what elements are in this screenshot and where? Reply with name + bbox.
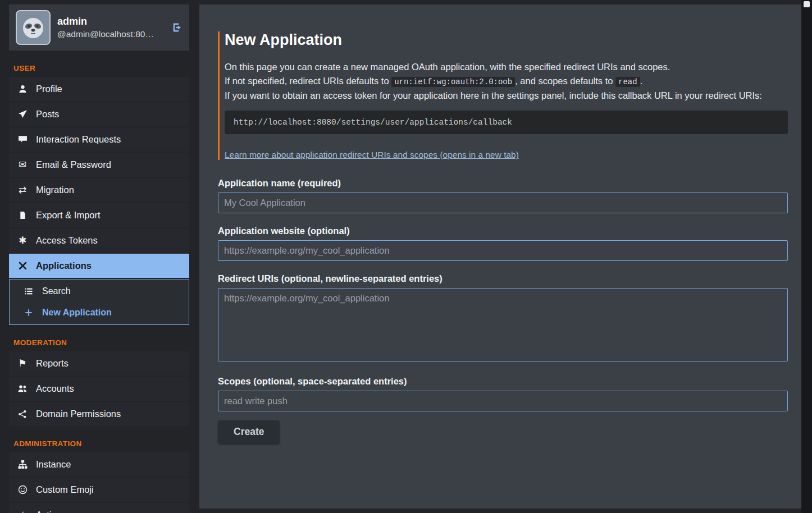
sidebar-item-instance[interactable]: Instance [9,452,189,477]
sidebar-item-label: Export & Import [36,210,101,221]
application-website-field: Application website (optional) [218,226,788,261]
user-handle: @admin@localhost:80… [57,29,154,39]
application-website-label: Application website (optional) [218,226,788,236]
bolt-icon [17,510,28,513]
flag-icon: ⚑ [17,359,28,368]
redirect-uris-textarea[interactable] [218,288,788,361]
sidebar-item-label: Interaction Requests [36,134,121,145]
scrollbar-thumb[interactable] [804,1,810,7]
sidebar-item-label: Reports [36,358,69,369]
submenu-item-label: Search [42,286,71,296]
scopes-input[interactable] [218,391,788,411]
users-icon [17,384,28,393]
intro-line-1: On this page you can create a new manage… [225,60,788,74]
inline-code-read: read [615,77,640,87]
sidebar-item-label: Domain Permissions [36,409,121,419]
learn-more-link[interactable]: Learn more about application redirect UR… [225,150,519,160]
user-meta: admin @admin@localhost:80… [57,16,154,39]
user-name: admin [57,16,154,28]
sidebar-item-access-tokens[interactable]: ✱ Access Tokens [9,228,189,253]
logout-icon[interactable] [171,22,183,33]
intro-line-3: If you want to obtain an access token fo… [225,89,788,103]
sidebar-item-migration[interactable]: ⇄ Migration [9,178,189,202]
migration-arrows-icon: ⇄ [17,185,28,195]
file-export-icon [17,210,28,220]
scopes-field: Scopes (optional, space-separated entrie… [218,376,788,411]
redirect-uris-label: Redirect URIs (optional, newline-separat… [218,273,788,284]
section-label-user: USER [13,64,185,72]
sidebar-item-label: Applications [36,260,92,271]
sidebar-item-label: Posts [36,109,59,120]
sidebar-item-domain-permissions[interactable]: Domain Permissions [9,402,189,426]
smiley-icon [17,485,28,494]
sidebar-item-label: Accounts [36,383,74,394]
sidebar-item-label: Email & Password [36,159,111,170]
plus-icon [23,309,34,317]
section-label-moderation: MODERATION [13,338,185,347]
sidebar: admin @admin@localhost:80… USER Profile … [0,0,199,513]
paper-plane-icon [17,109,28,119]
intro-line-2-mid: , and scopes defaults to [515,76,615,86]
page-title: New Application [225,31,788,49]
sidebar-item-interaction-requests[interactable]: Interaction Requests [9,127,189,152]
sidebar-item-export-import[interactable]: Export & Import [9,203,189,227]
sidebar-item-custom-emoji[interactable]: Custom Emoji [9,478,189,502]
avatar [16,10,51,45]
sidebar-item-profile[interactable]: Profile [9,77,189,101]
settings-page: admin @admin@localhost:80… USER Profile … [0,0,812,513]
new-application-panel: New Application On this page you can cre… [199,4,801,509]
application-name-input[interactable] [218,193,788,213]
sitemap-icon [17,460,28,469]
submenu-item-label: New Application [42,308,112,318]
scopes-label: Scopes (optional, space-separated entrie… [218,376,788,387]
user-card[interactable]: admin @admin@localhost:80… [9,4,189,51]
asterisk-icon: ✱ [17,236,28,245]
comments-icon [17,135,28,144]
application-name-label: Application name (required) [218,178,788,189]
intro-line-2: If not specified, redirect URIs defaults… [225,74,788,89]
sidebar-item-actions[interactable]: Actions [9,503,189,513]
sidebar-item-label: Custom Emoji [36,484,94,495]
inline-code-oob: urn:ietf:wg:oauth:2.0:oob [391,77,515,87]
sidebar-item-posts[interactable]: Posts [9,102,189,126]
sidebar-item-label: Instance [36,459,71,470]
window-scrollbar[interactable] [801,0,812,513]
share-nodes-icon [17,410,28,419]
applications-submenu: Search New Application [9,279,189,325]
sidebar-item-label: Access Tokens [36,235,98,246]
sidebar-item-email-password[interactable]: ✉ Email & Password [9,153,189,177]
sidebar-item-label: Migration [36,185,74,195]
envelope-icon: ✉ [17,160,28,170]
list-icon [23,287,34,296]
sidebar-item-applications[interactable]: Applications [9,254,189,278]
sidebar-item-accounts[interactable]: Accounts [9,377,189,401]
sidebar-item-reports[interactable]: ⚑ Reports [9,351,189,375]
application-name-field: Application name (required) [218,178,788,213]
redirect-uris-field: Redirect URIs (optional, newline-separat… [218,273,788,364]
user-icon [17,84,28,94]
new-application-form: Application name (required) Application … [218,178,788,443]
page-intro: New Application On this page you can cre… [218,31,788,160]
application-website-input[interactable] [218,240,788,261]
submenu-item-new-application[interactable]: New Application [10,302,189,323]
callback-url-codeblock: http://localhost:8080/settings/user/appl… [225,111,788,134]
tools-icon [17,261,28,271]
intro-line-2-pre: If not specified, redirect URIs defaults… [225,76,391,86]
sidebar-item-label: Actions [36,510,66,513]
sidebar-item-label: Profile [36,84,62,94]
main-wrap: New Application On this page you can cre… [199,0,812,513]
intro-line-2-post: . [640,76,643,86]
section-label-administration: ADMINISTRATION [13,439,185,448]
submenu-item-search[interactable]: Search [10,281,189,302]
create-button[interactable]: Create [218,420,280,443]
